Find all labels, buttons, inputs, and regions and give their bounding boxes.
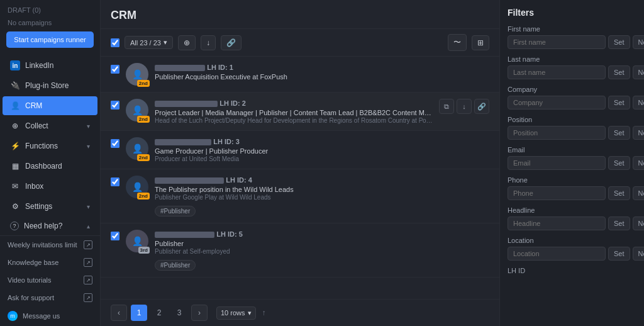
download-button[interactable]: ↓: [201, 35, 216, 50]
help-icon: ?: [10, 222, 19, 230]
filters-title: Filters: [508, 8, 636, 18]
page-2-button[interactable]: 2: [151, 305, 167, 321]
item-checkbox-5[interactable]: [111, 232, 119, 240]
filter-input-phone[interactable]: [508, 186, 606, 200]
item-checkbox-4[interactable]: [111, 177, 119, 186]
item-name-1: LH ID: 1: [155, 63, 489, 72]
dashboard-icon: ▦: [10, 161, 20, 171]
filter-location: Location Set Not set: [508, 237, 636, 261]
sidebar-item-need-help[interactable]: ? Need help? ▴: [3, 217, 97, 235]
filter-headline: Headline Set Not set: [508, 206, 636, 230]
filter-input-position[interactable]: [508, 126, 606, 140]
filter-company: Company Set Not set: [508, 86, 636, 110]
filter-set-position[interactable]: Set: [608, 126, 630, 140]
crm-item: 👤 2nd LH ID: 1 Publisher Acquisition Exe…: [101, 57, 499, 93]
analytics-button[interactable]: 〜: [448, 34, 467, 51]
settings-chevron: ▾: [87, 203, 90, 210]
sidebar-label-collect: Collect: [25, 121, 48, 130]
sidebar-item-collect[interactable]: ⊕ Collect ▾: [3, 116, 97, 135]
item-info-3: LH ID: 3 Game Producer | Publisher Produ…: [155, 137, 489, 162]
item-checkbox-1[interactable]: [111, 65, 119, 74]
filter-input-email[interactable]: [508, 156, 606, 170]
filter-not-set-headline[interactable]: Not set: [633, 216, 644, 230]
prev-page-button[interactable]: ‹: [111, 305, 127, 321]
video-label: Video tutorials: [8, 276, 52, 284]
filter-first-name: First name Set Not set: [508, 25, 636, 49]
draft-label: DRAFT (0): [8, 6, 41, 14]
link-button[interactable]: 🔗: [221, 35, 242, 50]
filter-set-email[interactable]: Set: [608, 156, 630, 170]
filter-input-first-name[interactable]: [508, 35, 606, 49]
sidebar-item-knowledge-base[interactable]: Knowledge base ↗: [0, 254, 100, 271]
filter-label-email: Email: [508, 146, 636, 154]
avatar-wrap-5: 👤 3rd: [126, 230, 148, 252]
filter-not-set-last-name[interactable]: Not set: [633, 65, 644, 79]
sidebar-item-ask-support[interactable]: Ask for support ↗: [0, 289, 100, 306]
all-chevron-icon: ▾: [164, 38, 167, 47]
sidebar-item-plug-in-store[interactable]: 🔌 Plug-in Store: [3, 76, 97, 95]
start-campaigns-button[interactable]: Start campaigns runner: [6, 31, 94, 48]
sidebar-label-plugin: Plug-in Store: [25, 81, 69, 90]
sidebar-item-inbox[interactable]: ✉ Inbox: [3, 177, 97, 196]
item-info-5: LH ID: 5 Publisher Publisher at Self-emp…: [155, 230, 489, 271]
filter-set-first-name[interactable]: Set: [608, 35, 630, 49]
filter-row-headline: Set Not set: [508, 216, 636, 230]
filter-not-set-company[interactable]: Not set: [633, 96, 644, 110]
sidebar-item-linkedin[interactable]: in LinkedIn: [3, 56, 97, 75]
item-checkbox-3[interactable]: [111, 139, 119, 148]
sidebar-label-help: Need help?: [24, 222, 62, 230]
page-1-button[interactable]: 1: [131, 305, 147, 321]
filter-row-location: Set Not set: [508, 247, 636, 261]
sidebar-item-functions[interactable]: ⚡ Functions ▾: [3, 137, 97, 155]
filter-input-company[interactable]: [508, 96, 606, 110]
grid-button[interactable]: ⊞: [472, 35, 489, 50]
item-checkbox-2[interactable]: [111, 101, 119, 110]
sidebar-label-functions: Functions: [25, 142, 58, 150]
sidebar-item-message-us[interactable]: m Message us: [0, 306, 100, 325]
filter-set-headline[interactable]: Set: [608, 216, 630, 230]
filter-not-set-phone[interactable]: Not set: [633, 186, 644, 200]
item-copy-button-2[interactable]: ⧉: [439, 99, 454, 114]
filter-set-company[interactable]: Set: [608, 96, 630, 110]
filter-not-set-email[interactable]: Not set: [633, 156, 644, 170]
all-label: All 23 / 23: [130, 39, 161, 47]
filter-label-position: Position: [508, 116, 636, 123]
sidebar-item-weekly[interactable]: Weekly invitations limit ↗: [0, 236, 100, 254]
sidebar-item-settings[interactable]: ⚙ Settings ▾: [3, 197, 97, 216]
filter-not-set-position[interactable]: Not set: [633, 126, 644, 140]
filter-set-last-name[interactable]: Set: [608, 65, 630, 79]
external-link-icon-2: ↗: [84, 258, 92, 267]
filter-label-phone: Phone: [508, 176, 636, 184]
scroll-top-button[interactable]: ↑: [260, 306, 269, 320]
avatar-wrap-2: 👤 2nd: [126, 99, 148, 121]
connection-badge-5: 3rd: [138, 247, 150, 254]
item-actions-2: ⧉ ↓ 🔗: [439, 99, 489, 114]
all-filter-badge[interactable]: All 23 / 23 ▾: [125, 36, 173, 49]
item-title-2: Project Leader | Media Manager | Publish…: [155, 109, 433, 116]
sidebar-item-dashboard[interactable]: ▦ Dashboard: [3, 157, 97, 176]
filter-input-headline[interactable]: [508, 216, 606, 230]
filter-set-location[interactable]: Set: [608, 247, 630, 261]
filter-not-set-location[interactable]: Not set: [633, 247, 644, 261]
sidebar-item-video-tutorials[interactable]: Video tutorials ↗: [0, 271, 100, 289]
page-3-button[interactable]: 3: [171, 305, 187, 321]
next-page-button[interactable]: ›: [191, 305, 208, 321]
filter-not-set-first-name[interactable]: Not set: [633, 35, 644, 49]
analytics-icon: 〜: [453, 37, 461, 48]
filter-set-phone[interactable]: Set: [608, 186, 630, 200]
item-link-button-2[interactable]: 🔗: [474, 99, 489, 114]
item-subtitle-4: Publisher Google Play at Wild Wild Leads: [155, 194, 489, 201]
filter-label-lh-id: LH ID: [508, 267, 636, 274]
sidebar-item-crm[interactable]: 👤 CRM: [3, 96, 97, 115]
select-all-checkbox[interactable]: [111, 38, 119, 47]
lh-id-2: LH ID: 2: [219, 99, 246, 107]
add-button[interactable]: ⊕: [178, 35, 196, 50]
external-link-icon: ↗: [84, 240, 92, 249]
item-name-5: LH ID: 5: [155, 230, 489, 239]
item-download-button-2[interactable]: ↓: [457, 99, 472, 114]
sidebar: DRAFT (0) No campaigns Start campaigns r…: [0, 0, 101, 326]
filter-input-last-name[interactable]: [508, 65, 606, 79]
filter-input-location[interactable]: [508, 247, 606, 261]
rows-per-page-select[interactable]: 10 rows ▾: [216, 306, 256, 320]
name-blurred-1: [155, 65, 205, 71]
